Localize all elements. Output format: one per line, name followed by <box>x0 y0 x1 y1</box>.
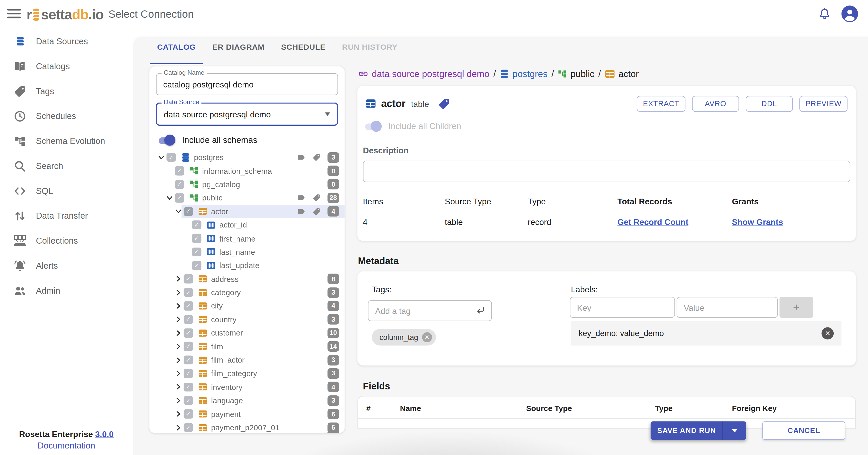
tree-row-information_schema[interactable]: ✓information_schema0 <box>149 164 345 178</box>
checkbox-checked[interactable]: ✓ <box>184 288 193 297</box>
checkbox-checked[interactable]: ✓ <box>175 180 184 189</box>
chevron-down-icon[interactable] <box>156 154 166 160</box>
tree-row-category[interactable]: ✓category3 <box>149 286 345 300</box>
tag-chip[interactable]: column_tag✕ <box>372 329 436 346</box>
sidebar-item-collections[interactable]: Collections <box>0 228 133 253</box>
include-all-schemas-toggle[interactable] <box>157 135 175 146</box>
chevron-right-icon[interactable] <box>173 357 184 363</box>
chevron-right-icon[interactable] <box>173 370 184 376</box>
chevron-right-icon[interactable] <box>173 397 184 403</box>
checkbox-checked[interactable]: ✓ <box>192 261 201 270</box>
tree-row-public[interactable]: ✓public28 <box>149 191 345 205</box>
description-input[interactable] <box>363 161 850 182</box>
add-label-button[interactable]: + <box>780 297 813 318</box>
checkbox-checked[interactable]: ✓ <box>166 153 176 162</box>
checkbox-checked[interactable]: ✓ <box>184 315 193 324</box>
version-link[interactable]: 3.0.0 <box>95 429 114 438</box>
sidebar-item-catalogs[interactable]: Catalogs <box>0 54 133 79</box>
checkbox-checked[interactable]: ✓ <box>184 342 193 351</box>
preview-button[interactable]: PREVIEW <box>799 95 847 112</box>
tree-row-last_update[interactable]: ✓last_update <box>149 259 345 272</box>
checkbox-checked[interactable]: ✓ <box>184 274 193 283</box>
checkbox-checked[interactable]: ✓ <box>184 302 193 311</box>
tag-icon[interactable] <box>438 97 450 109</box>
table-icon <box>198 382 207 392</box>
tree-row-inventory[interactable]: ✓inventory4 <box>149 380 345 394</box>
ddl-button[interactable]: DDL <box>746 95 793 112</box>
chevron-right-icon[interactable] <box>173 330 184 336</box>
checkbox-checked[interactable]: ✓ <box>192 221 201 230</box>
avro-button[interactable]: AVRO <box>692 95 739 112</box>
sidebar-item-sql[interactable]: SQL <box>0 178 133 203</box>
get-record-count-link[interactable]: Get Record Count <box>617 217 688 226</box>
chevron-right-icon[interactable] <box>173 276 184 282</box>
save-and-run-button[interactable]: SAVE AND RUN <box>651 421 746 439</box>
checkbox-checked[interactable]: ✓ <box>175 166 184 175</box>
tree-row-film_actor[interactable]: ✓film_actor3 <box>149 353 345 367</box>
tree-row-country[interactable]: ✓country3 <box>149 313 345 326</box>
enter-key-icon[interactable] <box>474 306 486 315</box>
cancel-button[interactable]: CANCEL <box>763 421 845 439</box>
sidebar-item-schema-evolution[interactable]: Schema Evolution <box>0 129 133 153</box>
extract-button[interactable]: EXTRACT <box>637 95 685 112</box>
sidebar-item-data-sources[interactable]: Data Sources <box>0 29 133 54</box>
tab-catalog[interactable]: CATALOG <box>150 36 203 57</box>
tree-row-address[interactable]: ✓address8 <box>149 272 345 286</box>
chevron-down-icon[interactable] <box>173 208 184 214</box>
avatar[interactable] <box>841 5 858 22</box>
catalog-name-input[interactable] <box>156 73 338 95</box>
show-grants-link[interactable]: Show Grants <box>732 217 783 226</box>
chevron-right-icon[interactable] <box>173 316 184 322</box>
tree-row-language[interactable]: ✓language3 <box>149 394 345 407</box>
label-value-input[interactable] <box>677 297 778 318</box>
sidebar-item-alerts[interactable]: Alerts <box>0 253 133 278</box>
chevron-right-icon[interactable] <box>173 303 184 309</box>
breadcrumb-item-data-source-postgresql-demo[interactable]: data source postgresql demo <box>358 68 489 79</box>
checkbox-checked[interactable]: ✓ <box>184 409 193 419</box>
code-icon <box>13 184 27 197</box>
checkbox-checked[interactable]: ✓ <box>175 193 184 202</box>
tree-row-customer[interactable]: ✓customer10 <box>149 326 345 340</box>
sidebar-item-data-transfer[interactable]: Data Transfer <box>0 203 133 228</box>
checkbox-checked[interactable]: ✓ <box>184 329 193 338</box>
sidebar-item-admin[interactable]: Admin <box>0 278 133 303</box>
checkbox-checked[interactable]: ✓ <box>192 234 201 243</box>
sidebar-item-tags[interactable]: Tags <box>0 79 133 104</box>
tree-row-actor[interactable]: ✓actor4 <box>149 205 345 218</box>
tree-row-first_name[interactable]: ✓first_name <box>149 232 345 245</box>
documentation-link[interactable]: Documentation <box>0 441 133 451</box>
checkbox-checked[interactable]: ✓ <box>184 382 193 392</box>
label-key-input[interactable] <box>570 297 675 318</box>
menu-icon[interactable] <box>7 9 21 20</box>
checkbox-checked[interactable]: ✓ <box>184 207 193 216</box>
tree-row-last_name[interactable]: ✓last_name <box>149 245 345 259</box>
notifications-bell-icon[interactable] <box>817 7 831 21</box>
tree-row-pg_catalog[interactable]: ✓pg_catalog0 <box>149 177 345 191</box>
chevron-right-icon[interactable] <box>173 411 184 417</box>
tree-row-payment[interactable]: ✓payment6 <box>149 407 345 421</box>
add-tag-input[interactable] <box>369 306 474 315</box>
chevron-right-icon[interactable] <box>173 343 184 349</box>
save-dropdown-arrow-icon[interactable] <box>723 421 746 439</box>
tree-row-film_category[interactable]: ✓film_category3 <box>149 367 345 380</box>
tab-schedule[interactable]: SCHEDULE <box>274 36 333 57</box>
tree-row-postgres[interactable]: ✓postgres3 <box>149 151 345 164</box>
sidebar-item-search[interactable]: Search <box>0 153 133 178</box>
remove-label-icon[interactable]: ✕ <box>822 327 834 339</box>
sidebar-item-schedules[interactable]: Schedules <box>0 104 133 129</box>
remove-tag-icon[interactable]: ✕ <box>422 332 432 342</box>
tree-row-actor_id[interactable]: ✓actor_id <box>149 218 345 232</box>
checkbox-checked[interactable]: ✓ <box>184 369 193 378</box>
checkbox-checked[interactable]: ✓ <box>184 355 193 364</box>
data-source-select[interactable]: data source postgresql demo <box>156 103 338 126</box>
logo[interactable]: r setta db .io <box>27 5 103 23</box>
tree-row-film[interactable]: ✓film14 <box>149 340 345 353</box>
tab-er-diagram[interactable]: ER DIAGRAM <box>205 36 272 57</box>
chevron-down-icon[interactable] <box>164 195 175 201</box>
chevron-right-icon[interactable] <box>173 384 184 390</box>
breadcrumb-item-postgres[interactable]: postgres <box>500 68 548 79</box>
checkbox-checked[interactable]: ✓ <box>192 247 201 256</box>
tree-row-city[interactable]: ✓city4 <box>149 299 345 313</box>
chevron-right-icon[interactable] <box>173 289 184 295</box>
checkbox-checked[interactable]: ✓ <box>184 396 193 405</box>
